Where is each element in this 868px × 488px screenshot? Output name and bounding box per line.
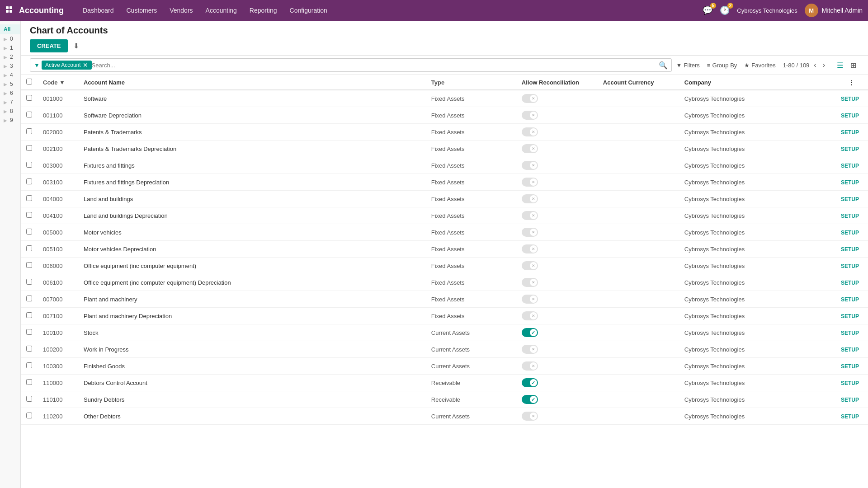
recon-toggle[interactable] xyxy=(522,194,538,203)
setup-cell[interactable]: SETUP xyxy=(835,274,868,291)
row-checkbox[interactable] xyxy=(26,195,32,201)
row-checkbox-cell[interactable] xyxy=(21,391,38,408)
recon-toggle[interactable] xyxy=(522,228,538,237)
setup-link[interactable]: SETUP xyxy=(841,363,859,370)
sidebar-item-5[interactable]: ▶5 xyxy=(0,80,20,89)
active-account-filter[interactable]: Active Account ✕ xyxy=(42,61,92,70)
column-menu-icon[interactable]: ⋮ xyxy=(835,75,868,90)
row-checkbox[interactable] xyxy=(26,245,32,251)
sidebar-all[interactable]: All xyxy=(0,24,20,34)
list-view-button[interactable]: ☰ xyxy=(834,60,846,70)
row-checkbox[interactable] xyxy=(26,362,32,368)
groupby-button[interactable]: ≡ Group By xyxy=(707,62,737,69)
row-checkbox[interactable] xyxy=(26,413,32,418)
nav-vendors[interactable]: Vendors xyxy=(164,5,198,16)
recon-toggle[interactable] xyxy=(522,127,538,136)
sidebar-item-3[interactable]: ▶3 xyxy=(0,61,20,70)
nav-accounting[interactable]: Accounting xyxy=(200,5,242,16)
sidebar-item-7[interactable]: ▶7 xyxy=(0,98,20,107)
create-button[interactable]: CREATE xyxy=(30,39,68,52)
row-checkbox[interactable] xyxy=(26,296,32,301)
setup-cell[interactable]: SETUP xyxy=(835,207,868,224)
row-checkbox-cell[interactable] xyxy=(21,341,38,358)
recon-toggle[interactable] xyxy=(522,278,538,287)
setup-link[interactable]: SETUP xyxy=(841,230,859,236)
nav-dashboard[interactable]: Dashboard xyxy=(77,5,119,16)
code-column-header[interactable]: Code ▼ xyxy=(38,75,78,90)
setup-cell[interactable]: SETUP xyxy=(835,241,868,258)
messages-icon[interactable]: 💬 5 xyxy=(703,5,712,15)
recon-toggle[interactable] xyxy=(522,211,538,220)
recon-toggle[interactable] xyxy=(522,395,538,404)
select-all-checkbox[interactable] xyxy=(26,79,32,84)
favorites-button[interactable]: ★ Favorites xyxy=(744,62,775,69)
recon-toggle[interactable] xyxy=(522,161,538,170)
setup-cell[interactable]: SETUP xyxy=(835,341,868,358)
sidebar-item-1[interactable]: ▶1 xyxy=(0,43,20,52)
row-checkbox-cell[interactable] xyxy=(21,124,38,141)
nav-configuration[interactable]: Configuration xyxy=(284,5,333,16)
filters-button[interactable]: ▼ Filters xyxy=(676,62,700,69)
setup-link[interactable]: SETUP xyxy=(841,129,859,136)
setup-link[interactable]: SETUP xyxy=(841,246,859,253)
setup-link[interactable]: SETUP xyxy=(841,196,859,202)
setup-link[interactable]: SETUP xyxy=(841,296,859,303)
recon-toggle[interactable] xyxy=(522,111,538,120)
setup-link[interactable]: SETUP xyxy=(841,313,859,319)
row-checkbox-cell[interactable] xyxy=(21,90,38,107)
row-checkbox-cell[interactable] xyxy=(21,157,38,174)
setup-cell[interactable]: SETUP xyxy=(835,358,868,375)
sidebar-item-6[interactable]: ▶6 xyxy=(0,89,20,98)
setup-link[interactable]: SETUP xyxy=(841,280,859,286)
row-checkbox-cell[interactable] xyxy=(21,207,38,224)
row-checkbox[interactable] xyxy=(26,262,32,268)
setup-cell[interactable]: SETUP xyxy=(835,90,868,107)
row-checkbox[interactable] xyxy=(26,178,32,184)
row-checkbox[interactable] xyxy=(26,346,32,352)
row-checkbox[interactable] xyxy=(26,145,32,151)
recon-toggle[interactable] xyxy=(522,178,538,187)
row-checkbox[interactable] xyxy=(26,95,32,101)
setup-cell[interactable]: SETUP xyxy=(835,124,868,141)
setup-link[interactable]: SETUP xyxy=(841,146,859,152)
row-checkbox[interactable] xyxy=(26,112,32,117)
row-checkbox-cell[interactable] xyxy=(21,174,38,191)
setup-link[interactable]: SETUP xyxy=(841,163,859,169)
row-checkbox[interactable] xyxy=(26,396,32,402)
recon-toggle[interactable] xyxy=(522,244,538,253)
row-checkbox-cell[interactable] xyxy=(21,141,38,157)
prev-page-button[interactable]: ‹ xyxy=(812,60,818,70)
setup-cell[interactable]: SETUP xyxy=(835,291,868,308)
setup-cell[interactable]: SETUP xyxy=(835,408,868,425)
row-checkbox[interactable] xyxy=(26,229,32,235)
row-checkbox-cell[interactable] xyxy=(21,291,38,308)
setup-link[interactable]: SETUP xyxy=(841,347,859,353)
recon-toggle[interactable] xyxy=(522,378,538,387)
setup-link[interactable]: SETUP xyxy=(841,179,859,186)
setup-cell[interactable]: SETUP xyxy=(835,308,868,324)
sidebar-item-4[interactable]: ▶4 xyxy=(0,70,20,80)
row-checkbox-cell[interactable] xyxy=(21,224,38,241)
row-checkbox[interactable] xyxy=(26,329,32,335)
nav-reporting[interactable]: Reporting xyxy=(244,5,283,16)
setup-cell[interactable]: SETUP xyxy=(835,258,868,274)
row-checkbox[interactable] xyxy=(26,162,32,168)
setup-link[interactable]: SETUP xyxy=(841,413,859,420)
row-checkbox-cell[interactable] xyxy=(21,241,38,258)
recon-toggle[interactable] xyxy=(522,328,538,337)
setup-link[interactable]: SETUP xyxy=(841,263,859,269)
row-checkbox[interactable] xyxy=(26,279,32,285)
setup-link[interactable]: SETUP xyxy=(841,96,859,102)
recon-toggle[interactable] xyxy=(522,361,538,371)
setup-cell[interactable]: SETUP xyxy=(835,391,868,408)
grid-view-button[interactable]: ⊞ xyxy=(848,60,859,70)
row-checkbox[interactable] xyxy=(26,128,32,134)
row-checkbox[interactable] xyxy=(26,379,32,385)
select-all-header[interactable] xyxy=(21,75,38,90)
row-checkbox-cell[interactable] xyxy=(21,107,38,124)
row-checkbox-cell[interactable] xyxy=(21,274,38,291)
recon-toggle[interactable] xyxy=(522,412,538,421)
activity-icon[interactable]: 🕐 2 xyxy=(720,5,730,15)
setup-cell[interactable]: SETUP xyxy=(835,324,868,341)
nav-customers[interactable]: Customers xyxy=(121,5,163,16)
